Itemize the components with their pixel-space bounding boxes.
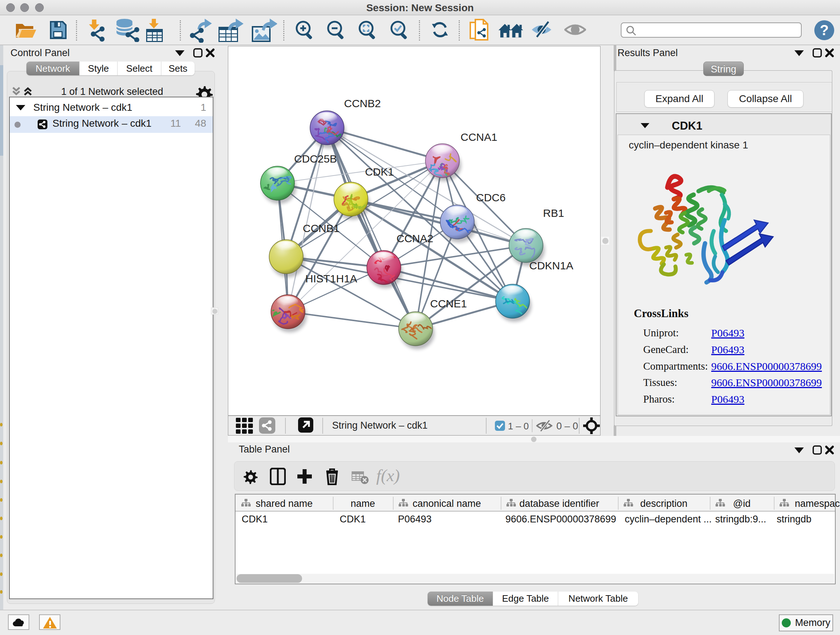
svg-text:HIST1H1A: HIST1H1A [305, 272, 357, 285]
svg-text:CDKN1A: CDKN1A [529, 260, 573, 272]
svg-text:CCNB2: CCNB2 [344, 97, 381, 109]
svg-text:CCNA1: CCNA1 [461, 131, 497, 143]
svg-text:CDC25B: CDC25B [294, 153, 337, 165]
svg-text:CDK1: CDK1 [365, 166, 394, 178]
svg-text:CCNE1: CCNE1 [430, 298, 467, 310]
svg-text:CCNA2: CCNA2 [396, 233, 433, 244]
svg-text:CCNB1: CCNB1 [303, 222, 340, 234]
svg-text:CDC6: CDC6 [476, 192, 506, 203]
svg-text:RB1: RB1 [543, 207, 564, 219]
